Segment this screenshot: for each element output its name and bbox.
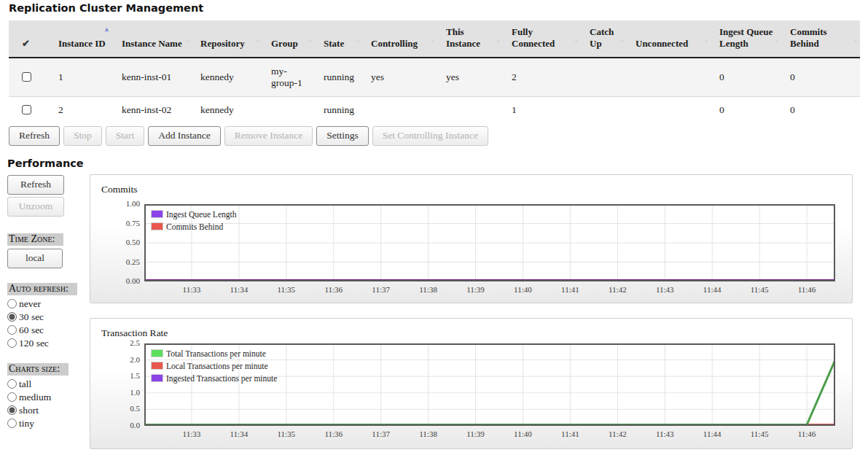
cell-repository: kennedy bbox=[192, 96, 262, 123]
legend-entry: Local Transactions per minute bbox=[151, 359, 277, 372]
cell-commits-behind: 0 bbox=[781, 58, 860, 97]
x-axis-tick-label: 11:36 bbox=[316, 285, 352, 294]
radio-label: 30 sec bbox=[19, 311, 44, 322]
remove-instance-button: Remove Instance bbox=[224, 126, 313, 146]
cell-instance-id: 1 bbox=[50, 58, 113, 97]
cell-catch-up bbox=[581, 96, 627, 123]
col-state[interactable]: State▲ bbox=[315, 20, 362, 58]
col-repository[interactable]: Repository▲ bbox=[192, 20, 262, 58]
radio-label: tiny bbox=[19, 418, 34, 429]
cell-state: running bbox=[315, 58, 362, 97]
sort-idle-icon: ▲ bbox=[355, 38, 361, 44]
col-instance-id[interactable]: Instance ID▲ bbox=[50, 20, 113, 58]
cell-instance-id: 2 bbox=[50, 96, 113, 123]
cell-ingest-queue-length: 0 bbox=[711, 96, 781, 123]
col-this-instance[interactable]: This Instance▲ bbox=[437, 20, 503, 58]
legend-entry: Ingest Queue Length bbox=[151, 208, 236, 220]
radio-option-60-sec[interactable]: 60 sec bbox=[7, 324, 90, 336]
x-axis-tick-label: 11:37 bbox=[363, 285, 399, 294]
cell-ingest-queue-length: 0 bbox=[711, 58, 781, 97]
transaction-rate-chart-panel: Transaction Rate0.00.51.01.52.02.511:331… bbox=[90, 318, 853, 449]
column-label: This Instance bbox=[446, 26, 480, 49]
x-axis-tick-label: 11:34 bbox=[221, 429, 257, 438]
set-controlling-instance-button: Set Controlling Instance bbox=[372, 126, 488, 146]
auto-refresh-radio-60-sec[interactable] bbox=[7, 325, 17, 335]
auto-refresh-radio-30-sec[interactable] bbox=[7, 312, 17, 322]
x-axis-tick-label: 11:46 bbox=[789, 285, 825, 294]
sort-idle-icon: ▲ bbox=[853, 38, 859, 44]
auto-refresh-radio-never[interactable] bbox=[7, 299, 17, 308]
add-instance-button[interactable]: Add Instance bbox=[148, 126, 221, 146]
radio-option-30-sec[interactable]: 30 sec bbox=[7, 311, 90, 323]
radio-label: 60 sec bbox=[19, 324, 44, 335]
row-checkbox[interactable] bbox=[22, 72, 31, 82]
col-fully-connected[interactable]: Fully Connected▲ bbox=[503, 20, 581, 58]
auto-refresh-radio-120-sec[interactable] bbox=[7, 338, 17, 348]
col-ingest-queue-length[interactable]: Ingest Queue Length▲ bbox=[711, 20, 781, 58]
refresh-button[interactable]: Refresh bbox=[9, 126, 60, 146]
sort-idle-icon: ▲ bbox=[703, 38, 709, 44]
radio-option-medium[interactable]: medium bbox=[7, 392, 90, 403]
column-label: Unconnected bbox=[636, 38, 688, 49]
legend-label: Commits Behind bbox=[166, 222, 223, 231]
unzoom-button: Unzoom bbox=[7, 197, 64, 217]
y-axis-tick-label: 0.00 bbox=[111, 276, 140, 285]
col-unconnected[interactable]: Unconnected▲ bbox=[627, 20, 711, 58]
radio-option-never[interactable]: never bbox=[7, 298, 90, 310]
radio-option-tall[interactable]: tall bbox=[7, 378, 90, 390]
table-header-row: ✔Instance ID▲Instance Name▲Repository▲Gr… bbox=[9, 20, 860, 58]
column-label: Instance Name bbox=[122, 38, 182, 49]
column-label: Catch Up bbox=[590, 26, 614, 49]
row-checkbox[interactable] bbox=[22, 105, 31, 114]
instances-table: ✔Instance ID▲Instance Name▲Repository▲Gr… bbox=[9, 20, 860, 123]
radio-option-tiny[interactable]: tiny bbox=[7, 418, 90, 429]
radio-label: medium bbox=[19, 392, 51, 402]
chart-plot-area[interactable]: Ingest Queue LengthCommits Behind bbox=[144, 204, 835, 281]
charts-size-radio-short[interactable] bbox=[7, 405, 17, 415]
refresh-button[interactable]: Refresh bbox=[7, 175, 64, 195]
legend-entry: Total Transactions per minute bbox=[151, 347, 277, 359]
charts-size-radio-tall[interactable] bbox=[7, 379, 17, 389]
cell-commits-behind: 0 bbox=[781, 96, 860, 123]
radio-label: never bbox=[19, 298, 41, 309]
x-axis-tick-label: 11:38 bbox=[410, 285, 447, 294]
settings-button[interactable]: Settings bbox=[316, 126, 369, 146]
cell-group bbox=[262, 96, 315, 123]
col-controlling[interactable]: Controlling▲ bbox=[362, 20, 437, 58]
y-axis-tick-label: 0.5 bbox=[111, 404, 140, 413]
radio-option-short[interactable]: short bbox=[7, 405, 90, 416]
chart-plot-area[interactable]: Total Transactions per minuteLocal Trans… bbox=[144, 343, 835, 426]
charts-size-radio-tiny[interactable] bbox=[7, 419, 17, 428]
auto-refresh-group: never30 sec60 sec120 sec bbox=[7, 298, 90, 349]
col-instance-name[interactable]: Instance Name▲ bbox=[113, 20, 192, 58]
sort-idle-icon: ▲ bbox=[619, 38, 625, 44]
radio-option-120-sec[interactable]: 120 sec bbox=[7, 338, 90, 349]
x-axis-tick-label: 11:37 bbox=[363, 429, 399, 438]
x-axis-tick-label: 11:41 bbox=[552, 429, 588, 438]
col-catch-up[interactable]: Catch Up▲ bbox=[581, 20, 627, 58]
chart-title: Transaction Rate bbox=[101, 327, 168, 339]
x-axis-tick-label: 11:40 bbox=[504, 429, 541, 438]
x-axis-tick-label: 11:39 bbox=[458, 429, 494, 438]
legend-swatch-icon bbox=[151, 349, 163, 357]
sort-idle-icon: ▲ bbox=[574, 38, 579, 44]
cell-repository: kennedy bbox=[192, 58, 262, 97]
cell-unconnected bbox=[627, 58, 711, 97]
x-axis-tick-label: 11:45 bbox=[741, 429, 778, 438]
cell-fully-connected: 1 bbox=[503, 96, 581, 123]
y-axis-tick-label: 2.0 bbox=[111, 355, 140, 364]
chart-legend: Total Transactions per minuteLocal Trans… bbox=[151, 347, 277, 384]
x-axis-tick-label: 11:44 bbox=[694, 429, 730, 438]
col-commits-behind[interactable]: Commits Behind▲ bbox=[781, 20, 860, 58]
legend-label: Ingested Transactions per minute bbox=[166, 374, 277, 383]
column-label: Group bbox=[271, 38, 298, 49]
x-axis-tick-label: 11:34 bbox=[221, 285, 257, 294]
charts-size-radio-medium[interactable] bbox=[7, 392, 17, 402]
sort-idle-icon: ▲ bbox=[255, 38, 261, 44]
x-axis-tick-label: 11:43 bbox=[646, 429, 683, 438]
col-group[interactable]: Group▲ bbox=[262, 20, 315, 58]
legend-entry: Ingested Transactions per minute bbox=[151, 372, 277, 384]
timezone-button[interactable]: local bbox=[7, 249, 63, 268]
col-select-all[interactable]: ✔ bbox=[9, 20, 50, 58]
column-label: State bbox=[324, 38, 344, 49]
